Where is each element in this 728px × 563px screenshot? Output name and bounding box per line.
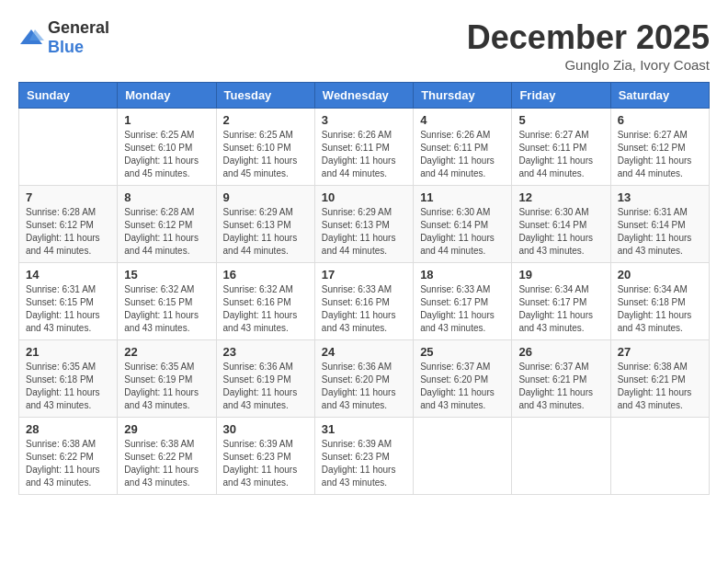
day-info: Sunrise: 6:26 AM Sunset: 6:11 PM Dayligh… (420, 129, 505, 180)
day-info: Sunrise: 6:32 AM Sunset: 6:16 PM Dayligh… (223, 283, 308, 335)
day-info: Sunrise: 6:39 AM Sunset: 6:23 PM Dayligh… (223, 438, 308, 489)
day-number: 22 (124, 345, 209, 359)
weekday-header-friday: Friday (512, 83, 610, 109)
calendar-cell (19, 109, 118, 186)
day-number: 23 (223, 345, 308, 359)
day-number: 17 (322, 268, 406, 282)
day-info: Sunrise: 6:26 AM Sunset: 6:11 PM Dayligh… (322, 129, 406, 180)
day-info: Sunrise: 6:38 AM Sunset: 6:21 PM Dayligh… (618, 361, 702, 412)
day-info: Sunrise: 6:27 AM Sunset: 6:12 PM Dayligh… (618, 129, 702, 180)
day-info: Sunrise: 6:31 AM Sunset: 6:15 PM Dayligh… (26, 283, 110, 335)
day-number: 14 (26, 268, 110, 282)
calendar-cell: 29Sunrise: 6:38 AM Sunset: 6:22 PM Dayli… (118, 418, 216, 495)
day-number: 4 (420, 113, 505, 127)
day-info: Sunrise: 6:30 AM Sunset: 6:14 PM Dayligh… (420, 206, 505, 258)
calendar-cell: 26Sunrise: 6:37 AM Sunset: 6:21 PM Dayli… (512, 340, 610, 418)
day-info: Sunrise: 6:29 AM Sunset: 6:13 PM Dayligh… (322, 206, 406, 258)
logo: General Blue (18, 18, 109, 57)
day-info: Sunrise: 6:35 AM Sunset: 6:18 PM Dayligh… (26, 361, 110, 412)
day-number: 7 (26, 190, 110, 204)
calendar-cell: 20Sunrise: 6:34 AM Sunset: 6:18 PM Dayli… (610, 263, 709, 340)
day-info: Sunrise: 6:33 AM Sunset: 6:17 PM Dayligh… (420, 283, 505, 335)
calendar-cell (414, 418, 512, 495)
day-number: 15 (124, 268, 209, 282)
calendar-cell: 8Sunrise: 6:28 AM Sunset: 6:12 PM Daylig… (118, 186, 216, 263)
logo-text: General Blue (48, 18, 109, 57)
calendar-cell: 12Sunrise: 6:30 AM Sunset: 6:14 PM Dayli… (512, 186, 610, 263)
calendar-week-row: 7Sunrise: 6:28 AM Sunset: 6:12 PM Daylig… (19, 186, 710, 263)
day-info: Sunrise: 6:28 AM Sunset: 6:12 PM Dayligh… (124, 206, 209, 258)
calendar-cell (610, 418, 709, 495)
day-number: 5 (518, 113, 603, 127)
calendar-cell: 28Sunrise: 6:38 AM Sunset: 6:22 PM Dayli… (19, 418, 118, 495)
day-number: 29 (124, 422, 209, 436)
calendar-cell: 22Sunrise: 6:35 AM Sunset: 6:19 PM Dayli… (118, 340, 216, 418)
day-info: Sunrise: 6:34 AM Sunset: 6:17 PM Dayligh… (518, 283, 603, 335)
day-info: Sunrise: 6:25 AM Sunset: 6:10 PM Dayligh… (223, 129, 308, 180)
day-number: 16 (223, 268, 308, 282)
day-number: 31 (322, 422, 406, 436)
day-info: Sunrise: 6:37 AM Sunset: 6:20 PM Dayligh… (420, 361, 505, 412)
calendar-cell: 24Sunrise: 6:36 AM Sunset: 6:20 PM Dayli… (314, 340, 413, 418)
calendar-cell (512, 418, 610, 495)
calendar-cell: 15Sunrise: 6:32 AM Sunset: 6:15 PM Dayli… (118, 263, 216, 340)
calendar-cell: 31Sunrise: 6:39 AM Sunset: 6:23 PM Dayli… (314, 418, 413, 495)
calendar-cell: 16Sunrise: 6:32 AM Sunset: 6:16 PM Dayli… (216, 263, 314, 340)
calendar-cell: 13Sunrise: 6:31 AM Sunset: 6:14 PM Dayli… (610, 186, 709, 263)
logo-general: General (48, 18, 109, 37)
weekday-header-monday: Monday (118, 83, 216, 109)
day-number: 21 (26, 345, 110, 359)
day-number: 3 (322, 113, 406, 127)
weekday-header-wednesday: Wednesday (314, 83, 413, 109)
day-number: 19 (518, 268, 603, 282)
calendar-week-row: 1Sunrise: 6:25 AM Sunset: 6:10 PM Daylig… (19, 109, 710, 186)
day-info: Sunrise: 6:36 AM Sunset: 6:19 PM Dayligh… (223, 361, 308, 412)
weekday-header-tuesday: Tuesday (216, 83, 314, 109)
calendar-cell: 14Sunrise: 6:31 AM Sunset: 6:15 PM Dayli… (19, 263, 118, 340)
day-number: 12 (518, 190, 603, 204)
location-title: Gunglo Zia, Ivory Coast (467, 57, 710, 73)
calendar-cell: 30Sunrise: 6:39 AM Sunset: 6:23 PM Dayli… (216, 418, 314, 495)
day-info: Sunrise: 6:33 AM Sunset: 6:16 PM Dayligh… (322, 283, 406, 335)
calendar-cell: 5Sunrise: 6:27 AM Sunset: 6:11 PM Daylig… (512, 109, 610, 186)
weekday-header-thursday: Thursday (414, 83, 512, 109)
day-info: Sunrise: 6:34 AM Sunset: 6:18 PM Dayligh… (618, 283, 702, 335)
calendar-cell: 25Sunrise: 6:37 AM Sunset: 6:20 PM Dayli… (414, 340, 512, 418)
weekday-header-sunday: Sunday (19, 83, 118, 109)
title-block: December 2025 Gunglo Zia, Ivory Coast (467, 18, 710, 73)
calendar-cell: 10Sunrise: 6:29 AM Sunset: 6:13 PM Dayli… (314, 186, 413, 263)
calendar-table: SundayMondayTuesdayWednesdayThursdayFrid… (18, 82, 710, 495)
page-header: General Blue December 2025 Gunglo Zia, I… (18, 18, 710, 73)
day-info: Sunrise: 6:28 AM Sunset: 6:12 PM Dayligh… (26, 206, 110, 258)
day-number: 2 (223, 113, 308, 127)
calendar-week-row: 28Sunrise: 6:38 AM Sunset: 6:22 PM Dayli… (19, 418, 710, 495)
day-info: Sunrise: 6:38 AM Sunset: 6:22 PM Dayligh… (26, 438, 110, 489)
day-number: 13 (618, 190, 702, 204)
month-title: December 2025 (467, 18, 710, 57)
calendar-cell: 17Sunrise: 6:33 AM Sunset: 6:16 PM Dayli… (314, 263, 413, 340)
day-number: 10 (322, 190, 406, 204)
day-number: 24 (322, 345, 406, 359)
day-number: 1 (124, 113, 209, 127)
day-info: Sunrise: 6:32 AM Sunset: 6:15 PM Dayligh… (124, 283, 209, 335)
calendar-cell: 19Sunrise: 6:34 AM Sunset: 6:17 PM Dayli… (512, 263, 610, 340)
day-info: Sunrise: 6:27 AM Sunset: 6:11 PM Dayligh… (518, 129, 603, 180)
day-info: Sunrise: 6:38 AM Sunset: 6:22 PM Dayligh… (124, 438, 209, 489)
calendar-cell: 27Sunrise: 6:38 AM Sunset: 6:21 PM Dayli… (610, 340, 709, 418)
day-info: Sunrise: 6:30 AM Sunset: 6:14 PM Dayligh… (518, 206, 603, 258)
logo-icon (18, 28, 44, 48)
day-info: Sunrise: 6:29 AM Sunset: 6:13 PM Dayligh… (223, 206, 308, 258)
day-info: Sunrise: 6:36 AM Sunset: 6:20 PM Dayligh… (322, 361, 406, 412)
calendar-cell: 4Sunrise: 6:26 AM Sunset: 6:11 PM Daylig… (414, 109, 512, 186)
calendar-cell: 2Sunrise: 6:25 AM Sunset: 6:10 PM Daylig… (216, 109, 314, 186)
day-info: Sunrise: 6:39 AM Sunset: 6:23 PM Dayligh… (322, 438, 406, 489)
calendar-cell: 18Sunrise: 6:33 AM Sunset: 6:17 PM Dayli… (414, 263, 512, 340)
day-number: 25 (420, 345, 505, 359)
calendar-cell: 3Sunrise: 6:26 AM Sunset: 6:11 PM Daylig… (314, 109, 413, 186)
calendar-cell: 6Sunrise: 6:27 AM Sunset: 6:12 PM Daylig… (610, 109, 709, 186)
day-number: 30 (223, 422, 308, 436)
day-number: 27 (618, 345, 702, 359)
weekday-header-row: SundayMondayTuesdayWednesdayThursdayFrid… (19, 83, 710, 109)
calendar-cell: 7Sunrise: 6:28 AM Sunset: 6:12 PM Daylig… (19, 186, 118, 263)
day-number: 9 (223, 190, 308, 204)
